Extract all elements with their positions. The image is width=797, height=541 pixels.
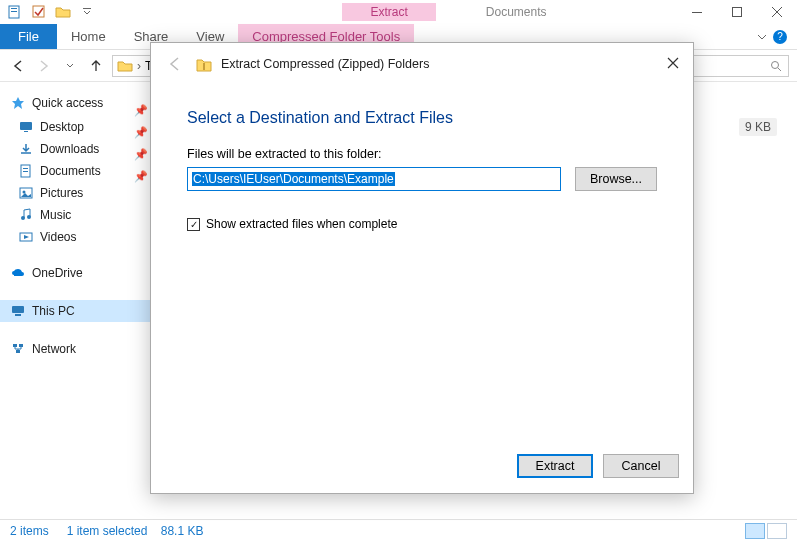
maximize-button[interactable] — [717, 0, 757, 24]
this-pc-icon — [10, 303, 26, 319]
large-icons-view-button[interactable] — [767, 523, 787, 539]
checkbox-icon[interactable] — [30, 3, 48, 21]
breadcrumb-separator-icon[interactable]: › — [137, 59, 141, 73]
status-item-count: 2 items — [10, 524, 49, 538]
music-icon — [18, 207, 34, 223]
sidebar-item-pictures[interactable]: Pictures — [0, 182, 150, 204]
sidebar-item-desktop[interactable]: Desktop — [0, 116, 150, 138]
dialog-heading: Select a Destination and Extract Files — [187, 109, 657, 127]
svg-rect-5 — [692, 12, 702, 13]
sidebar-item-documents[interactable]: Documents — [0, 160, 150, 182]
pin-icon: 📌 — [134, 104, 148, 126]
zip-folder-icon — [195, 55, 213, 73]
svg-rect-4 — [83, 8, 91, 9]
svg-point-16 — [21, 216, 25, 220]
file-size-cell: 9 KB — [739, 118, 777, 136]
properties-icon[interactable] — [6, 3, 24, 21]
sidebar-label: This PC — [32, 304, 75, 318]
nav-back-button[interactable] — [8, 56, 28, 76]
title-bar: Extract Documents — [0, 0, 797, 24]
desktop-icon — [18, 119, 34, 135]
sidebar-this-pc[interactable]: This PC — [0, 300, 150, 322]
checkbox-icon: ✓ — [187, 218, 200, 231]
ribbon-file-tab[interactable]: File — [0, 24, 57, 49]
network-icon — [10, 341, 26, 357]
ribbon-tab-home[interactable]: Home — [57, 24, 120, 49]
downloads-icon — [18, 141, 34, 157]
qat-dropdown-icon[interactable] — [78, 3, 96, 21]
svg-rect-12 — [23, 168, 28, 169]
extract-dialog: Extract Compressed (Zipped) Folders Sele… — [150, 42, 694, 494]
sidebar-label: Network — [32, 342, 76, 356]
svg-rect-23 — [16, 350, 20, 353]
status-bar: 2 items 1 item selected 88.1 KB — [0, 519, 797, 541]
svg-rect-20 — [15, 314, 21, 316]
navigation-pane: Quick access Desktop Downloads Documents… — [0, 82, 150, 519]
documents-icon — [18, 163, 34, 179]
extract-path-input[interactable]: C:\Users\IEUser\Documents\Example — [187, 167, 561, 191]
svg-line-8 — [778, 68, 781, 71]
minimize-button[interactable] — [677, 0, 717, 24]
folder-icon[interactable] — [54, 3, 72, 21]
star-icon — [10, 95, 26, 111]
sidebar-item-label: Desktop — [40, 120, 84, 134]
folder-small-icon — [117, 59, 133, 73]
pin-icon: 📌 — [134, 170, 148, 192]
status-selection: 1 item selected 88.1 KB — [67, 524, 204, 538]
svg-rect-6 — [733, 8, 742, 17]
sidebar-item-music[interactable]: Music — [0, 204, 150, 226]
extract-button[interactable]: Extract — [517, 454, 593, 478]
svg-rect-2 — [11, 11, 17, 12]
dialog-body: Select a Destination and Extract Files F… — [151, 85, 693, 449]
videos-icon — [18, 229, 34, 245]
pin-icon: 📌 — [134, 126, 148, 148]
nav-forward-button[interactable] — [34, 56, 54, 76]
contextual-tab-extract[interactable]: Extract — [342, 3, 435, 21]
svg-rect-1 — [11, 8, 17, 9]
dialog-footer: Extract Cancel — [151, 449, 693, 493]
svg-point-17 — [27, 215, 31, 219]
ribbon-expand-icon[interactable] — [757, 32, 767, 42]
sidebar-label: OneDrive — [32, 266, 83, 280]
sidebar-network[interactable]: Network — [0, 338, 150, 360]
sidebar-quick-access[interactable]: Quick access — [0, 92, 150, 114]
contextual-tab-header: Extract Documents — [102, 3, 677, 21]
onedrive-icon — [10, 265, 26, 281]
window-controls — [677, 0, 797, 24]
sidebar-onedrive[interactable]: OneDrive — [0, 262, 150, 284]
sidebar-label: Quick access — [32, 96, 103, 110]
pictures-icon — [18, 185, 34, 201]
svg-rect-13 — [23, 171, 28, 172]
nav-up-button[interactable] — [86, 56, 106, 76]
cancel-button[interactable]: Cancel — [603, 454, 679, 478]
svg-rect-9 — [20, 122, 32, 130]
svg-point-7 — [772, 61, 779, 68]
pin-column: 📌 📌 📌 📌 — [134, 104, 148, 192]
help-icon[interactable]: ? — [773, 30, 787, 44]
svg-rect-10 — [24, 131, 28, 132]
browse-button[interactable]: Browse... — [575, 167, 657, 191]
location-title: Documents — [476, 3, 557, 21]
svg-rect-19 — [12, 306, 24, 313]
path-label: Files will be extracted to this folder: — [187, 147, 657, 161]
svg-rect-22 — [19, 344, 23, 347]
dialog-back-button[interactable] — [163, 52, 187, 76]
close-button[interactable] — [757, 0, 797, 24]
sidebar-item-label: Downloads — [40, 142, 99, 156]
sidebar-item-label: Music — [40, 208, 71, 222]
svg-rect-24 — [203, 63, 205, 70]
checkbox-label: Show extracted files when complete — [206, 217, 397, 231]
nav-recent-dropdown[interactable] — [60, 56, 80, 76]
quick-access-toolbar — [0, 3, 102, 21]
dialog-close-button[interactable] — [663, 53, 683, 73]
pin-icon: 📌 — [134, 148, 148, 170]
sidebar-item-videos[interactable]: Videos — [0, 226, 150, 248]
details-view-button[interactable] — [745, 523, 765, 539]
sidebar-item-label: Videos — [40, 230, 76, 244]
sidebar-item-label: Pictures — [40, 186, 83, 200]
svg-rect-21 — [13, 344, 17, 347]
sidebar-item-downloads[interactable]: Downloads — [0, 138, 150, 160]
dialog-title: Extract Compressed (Zipped) Folders — [221, 57, 429, 71]
show-files-checkbox[interactable]: ✓ Show extracted files when complete — [187, 217, 657, 231]
search-icon — [770, 60, 782, 72]
